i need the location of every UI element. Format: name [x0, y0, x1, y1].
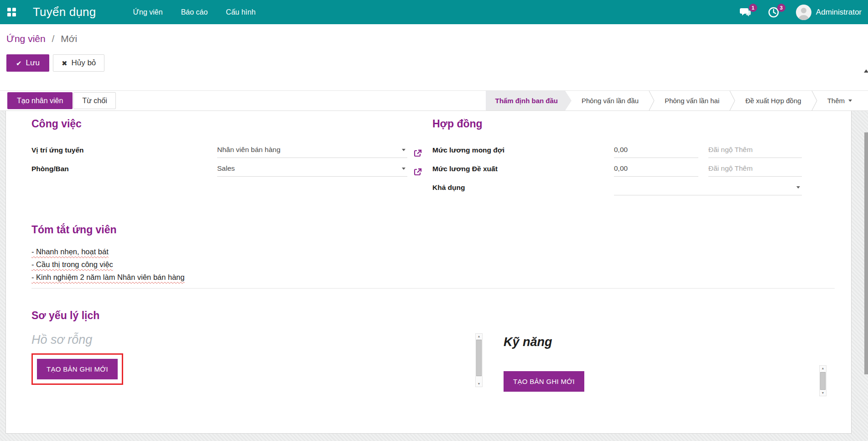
main-menu: Ứng viên Báo cáo Cấu hình — [127, 0, 261, 24]
stage-separator-icon — [811, 91, 817, 110]
summary-line: - Nhanh nhẹn, hoạt bát — [31, 245, 109, 258]
department-label: Phòng/Ban — [31, 165, 217, 177]
navbar-systray: 1 3 Administrator — [739, 5, 862, 20]
page-scroll-up-icon[interactable] — [864, 69, 868, 73]
resume-skills-row: Sơ yếu lý lịch Hồ sơ rỗng TẠO BẢN GHI MỚ… — [31, 310, 833, 392]
position-label: Vị trí ứng tuyển — [31, 146, 217, 158]
proposed-salary-label: Mức lương Đề xuất — [432, 165, 614, 177]
messages-button[interactable]: 1 — [739, 6, 751, 18]
expected-salary-extra-field[interactable]: Đãi ngộ Thêm — [708, 144, 802, 158]
department-value: Sales — [217, 164, 235, 173]
caret-down-icon — [402, 149, 405, 151]
breadcrumb: Ứng viên / Mới — [6, 33, 861, 44]
save-button[interactable]: ✔ Lưu — [6, 54, 49, 72]
scroll-down-icon[interactable]: ▼ — [820, 390, 826, 396]
scrollbar-thumb[interactable] — [820, 372, 826, 390]
user-name: Administrator — [816, 8, 862, 17]
proposed-salary-placeholder: Đãi ngộ Thêm — [708, 164, 753, 173]
spacer — [413, 186, 422, 195]
menu-applicants[interactable]: Ứng viên — [127, 0, 168, 24]
avatar — [796, 5, 811, 20]
breadcrumb-current: Mới — [61, 33, 77, 44]
proposed-salary-extra-field[interactable]: Đãi ngộ Thêm — [708, 163, 802, 177]
scroll-down-icon[interactable]: ▼ — [476, 381, 482, 387]
discard-button[interactable]: ✖ Hủy bỏ — [53, 54, 104, 72]
skills-section-title: Kỹ năng — [504, 335, 584, 349]
expected-salary-field[interactable]: 0,00 — [614, 144, 698, 158]
page-scrollbar[interactable] — [864, 132, 868, 374]
summary-section-title: Tóm tắt ứng viên — [31, 224, 833, 236]
stage-first-interview[interactable]: Phỏng vấn lần đầu — [572, 91, 649, 110]
breadcrumb-parent[interactable]: Ứng viên — [6, 33, 46, 44]
stage-initial-qualification[interactable]: Thẩm định ban đầu — [486, 91, 572, 110]
contract-section-title: Hợp đồng — [432, 118, 833, 130]
proposed-salary-field[interactable]: 0,00 — [614, 163, 698, 177]
external-link-icon[interactable] — [413, 168, 422, 177]
expected-salary-value: 0,00 — [614, 146, 628, 154]
position-row: Vị trí ứng tuyển Nhân viên bán hàng — [31, 139, 407, 158]
scroll-up-icon[interactable]: ▲ — [476, 334, 482, 339]
top-navbar: Tuyển dụng Ứng viên Báo cáo Cấu hình 1 3 — [0, 0, 868, 24]
menu-configuration[interactable]: Cấu hình — [220, 0, 261, 24]
statusbar: Tạo nhân viên Từ chối Thẩm định ban đầu … — [0, 90, 868, 111]
proposed-salary-value: 0,00 — [614, 164, 628, 173]
annotation-highlight-box: TẠO BẢN GHI MỚI — [31, 353, 123, 385]
availability-label: Khả dụng — [432, 184, 614, 195]
form-top-grid: Công việc Vị trí ứng tuyển Nhân viên bán… — [31, 118, 833, 195]
chevron-down-icon — [848, 100, 852, 102]
stage-pipeline: Thẩm định ban đầu Phỏng vấn lần đầu Phỏn… — [486, 91, 868, 110]
expected-salary-placeholder: Đãi ngộ Thêm — [708, 146, 753, 154]
page: Tuyển dụng Ứng viên Báo cáo Cấu hình 1 3 — [0, 0, 868, 441]
proposed-salary-row: Mức lương Đề xuất 0,00 Đãi ngộ Thêm — [413, 158, 833, 177]
breadcrumb-separator: / — [52, 33, 55, 44]
save-button-label: Lưu — [26, 58, 40, 68]
position-field[interactable]: Nhân viên bán hàng — [217, 144, 407, 158]
availability-row: Khả dụng — [413, 177, 833, 195]
contract-section: Hợp đồng Mức lương mong đợi 0,00 — [413, 118, 833, 195]
apps-menu-icon[interactable] — [7, 8, 16, 17]
app-title[interactable]: Tuyển dụng — [33, 5, 96, 19]
job-section: Công việc Vị trí ứng tuyển Nhân viên bán… — [31, 118, 407, 195]
control-panel: Ứng viên / Mới ✔ Lưu ✖ Hủy bỏ — [0, 24, 868, 90]
stage-separator-icon — [649, 91, 655, 110]
skills-create-record-button[interactable]: TẠO BẢN GHI MỚI — [504, 371, 584, 392]
activities-button[interactable]: 3 — [768, 6, 780, 18]
department-row: Phòng/Ban Sales — [31, 158, 407, 177]
summary-line: - Kinh nghiệm 2 năm làm Nhân viên bán hà… — [31, 271, 185, 284]
position-value: Nhân viên bán hàng — [217, 146, 281, 154]
stage-contract-proposal[interactable]: Đề xuất Hợp đồng — [735, 91, 811, 110]
resume-scrollbar[interactable]: ▲ ▼ — [475, 333, 483, 387]
apps-grid-square — [12, 13, 16, 16]
scrollbar-thumb[interactable] — [476, 340, 482, 376]
control-panel-buttons: ✔ Lưu ✖ Hủy bỏ — [6, 54, 861, 72]
form-content: Công việc Vị trí ứng tuyển Nhân viên bán… — [0, 111, 868, 441]
stage-separator-icon — [729, 91, 735, 110]
resume-section: Sơ yếu lý lịch Hồ sơ rỗng TẠO BẢN GHI MỚ… — [31, 310, 475, 385]
apps-grid-square — [7, 13, 11, 16]
menu-reporting[interactable]: Báo cáo — [175, 0, 214, 24]
create-employee-button[interactable]: Tạo nhân viên — [7, 92, 73, 109]
skills-section: Kỹ năng TẠO BẢN GHI MỚI — [504, 310, 584, 392]
activities-badge: 3 — [777, 4, 785, 12]
refuse-button[interactable]: Từ chối — [73, 92, 115, 109]
resume-create-record-button[interactable]: TẠO BẢN GHI MỚI — [37, 359, 118, 379]
summary-textarea[interactable]: - Nhanh nhẹn, hoạt bát - Cầu thị trong c… — [31, 245, 835, 289]
expected-salary-label: Mức lương mong đợi — [432, 146, 614, 158]
external-link-icon[interactable] — [413, 149, 422, 158]
skills-scrollbar[interactable]: ▲ ▼ — [819, 365, 826, 396]
scroll-up-icon[interactable]: ▲ — [820, 366, 826, 371]
stage-more-dropdown[interactable]: Thêm — [817, 91, 862, 110]
apps-grid-square — [12, 8, 16, 11]
stage-second-interview[interactable]: Phỏng vấn lần hai — [655, 91, 729, 110]
stage-more-label: Thêm — [827, 97, 845, 105]
availability-field[interactable] — [614, 182, 802, 195]
department-field[interactable]: Sales — [217, 163, 407, 177]
caret-down-icon — [402, 168, 405, 170]
x-icon: ✖ — [62, 60, 68, 67]
expected-salary-row: Mức lương mong đợi 0,00 Đãi ngộ Thêm — [413, 139, 833, 158]
user-menu[interactable]: Administrator — [796, 5, 862, 20]
check-icon: ✔ — [16, 60, 22, 67]
statusbar-buttons: Tạo nhân viên Từ chối — [7, 92, 116, 109]
job-section-title: Công việc — [31, 118, 407, 130]
discard-button-label: Hủy bỏ — [71, 58, 96, 68]
